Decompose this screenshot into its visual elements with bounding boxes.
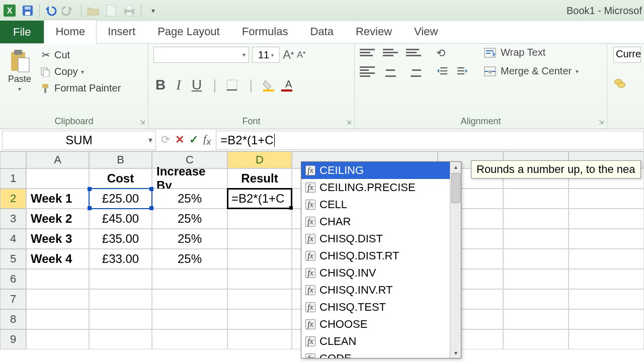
- cell[interactable]: [569, 209, 644, 229]
- cell-D3[interactable]: [227, 209, 292, 229]
- tab-page-layout[interactable]: Page Layout: [146, 20, 231, 43]
- cell[interactable]: [503, 249, 569, 269]
- cell-C4[interactable]: 25%: [152, 229, 227, 249]
- cell[interactable]: [26, 329, 89, 349]
- row-header-2[interactable]: 2: [0, 189, 26, 209]
- cell[interactable]: [26, 269, 89, 289]
- cell[interactable]: [89, 329, 152, 349]
- autocomplete-item[interactable]: fxCHISQ.DIST: [301, 230, 450, 247]
- cell[interactable]: [152, 309, 227, 329]
- row-header-6[interactable]: 6: [0, 269, 26, 289]
- autocomplete-item[interactable]: fxCELL: [301, 196, 450, 213]
- row-header-5[interactable]: 5: [0, 249, 26, 269]
- row-header-9[interactable]: 9: [0, 329, 26, 349]
- autocomplete-item[interactable]: fxCHISQ.DIST.RT: [301, 247, 450, 264]
- cell[interactable]: [227, 289, 292, 309]
- align-bottom-icon[interactable]: [406, 47, 421, 58]
- col-header-D[interactable]: D: [227, 151, 292, 168]
- grow-font-icon[interactable]: A▴: [283, 48, 294, 62]
- currency-icon[interactable]: [613, 77, 627, 90]
- tab-insert[interactable]: Insert: [97, 20, 146, 43]
- qat-customize-icon[interactable]: ▾: [145, 3, 160, 18]
- format-painter-button[interactable]: Format Painter: [39, 80, 122, 96]
- tab-file[interactable]: File: [0, 21, 44, 43]
- cell[interactable]: [152, 329, 227, 349]
- number-format-select[interactable]: Curre: [613, 47, 641, 63]
- cell[interactable]: [569, 329, 644, 349]
- cell-D1[interactable]: Result: [227, 168, 292, 189]
- cell-B5[interactable]: £33.00: [89, 249, 152, 269]
- cell-D5[interactable]: [227, 249, 292, 269]
- fill-color-button[interactable]: [262, 78, 276, 92]
- tab-formulas[interactable]: Formulas: [231, 20, 299, 43]
- autocomplete-item[interactable]: fxCHISQ.INV: [301, 264, 450, 282]
- decrease-indent-icon[interactable]: [436, 66, 448, 77]
- cell-B1[interactable]: Cost: [89, 168, 152, 189]
- cell[interactable]: [569, 249, 644, 269]
- new-icon[interactable]: [104, 3, 119, 18]
- align-right-icon[interactable]: [406, 66, 421, 77]
- cell[interactable]: [503, 189, 569, 209]
- cell[interactable]: [227, 309, 292, 329]
- cell[interactable]: [89, 289, 152, 309]
- scrollbar[interactable]: ▴ ▾: [450, 162, 461, 358]
- cell[interactable]: [569, 309, 644, 329]
- merge-center-button[interactable]: a Merge & Center ▾: [484, 65, 579, 77]
- paste-button[interactable]: Paste ▾: [5, 47, 34, 95]
- cell-C1[interactable]: Increase By: [152, 168, 227, 189]
- scroll-down-icon[interactable]: ▾: [450, 348, 461, 358]
- open-icon[interactable]: [86, 3, 101, 18]
- cell-A5[interactable]: Week 4: [26, 249, 89, 269]
- save-icon[interactable]: [20, 3, 35, 18]
- borders-button[interactable]: [226, 79, 240, 91]
- cell[interactable]: [227, 269, 292, 289]
- cell[interactable]: [227, 329, 292, 349]
- row-header-1[interactable]: 1: [0, 168, 26, 189]
- underline-button[interactable]: U: [190, 77, 204, 93]
- align-middle-icon[interactable]: [383, 47, 398, 58]
- autocomplete-item[interactable]: fxCHISQ.TEST: [301, 299, 450, 316]
- cell[interactable]: [26, 289, 89, 309]
- font-family-select[interactable]: ▾: [153, 47, 249, 63]
- cell[interactable]: [503, 309, 569, 329]
- shrink-font-icon[interactable]: A▾: [297, 50, 305, 60]
- cell[interactable]: [503, 269, 569, 289]
- cell[interactable]: [503, 229, 569, 249]
- autocomplete-item[interactable]: fxCEILING.PRECISE: [301, 179, 450, 196]
- fill-handle[interactable]: [289, 206, 293, 210]
- align-top-icon[interactable]: [360, 47, 375, 58]
- increase-indent-icon[interactable]: [456, 66, 468, 77]
- autocomplete-item[interactable]: fxCODE: [301, 350, 450, 358]
- row-header-3[interactable]: 3: [0, 209, 26, 229]
- autocomplete-item[interactable]: fxCHISQ.INV.RT: [301, 282, 450, 299]
- scroll-thumb[interactable]: [451, 173, 460, 203]
- row-header-7[interactable]: 7: [0, 289, 26, 309]
- autocomplete-item[interactable]: fxCEILING: [301, 162, 450, 179]
- fx-icon[interactable]: fx: [203, 132, 211, 147]
- cell[interactable]: [569, 189, 644, 209]
- cell[interactable]: [503, 209, 569, 229]
- cell-A3[interactable]: Week 2: [26, 209, 89, 229]
- cell-C3[interactable]: 25%: [152, 209, 227, 229]
- print-icon[interactable]: [122, 3, 137, 18]
- cell[interactable]: [89, 269, 152, 289]
- cell-A1[interactable]: [26, 168, 89, 189]
- copy-button[interactable]: Copy ▾: [39, 64, 122, 79]
- tab-data[interactable]: Data: [299, 20, 344, 43]
- redo-icon[interactable]: [62, 3, 77, 18]
- bold-button[interactable]: B: [153, 77, 168, 93]
- font-color-button[interactable]: A: [280, 78, 294, 92]
- cell-B3[interactable]: £45.00: [89, 209, 152, 229]
- cell[interactable]: [152, 289, 227, 309]
- cell-D4[interactable]: [227, 229, 292, 249]
- wrap-text-button[interactable]: Wrap Text: [484, 47, 579, 58]
- tab-home[interactable]: Home: [44, 20, 97, 44]
- cut-button[interactable]: ✂ Cut: [39, 47, 122, 63]
- cell[interactable]: [152, 269, 227, 289]
- italic-button[interactable]: I: [172, 77, 186, 93]
- col-header-B[interactable]: B: [89, 151, 152, 168]
- cell[interactable]: [89, 309, 152, 329]
- autocomplete-item[interactable]: fxCHAR: [301, 213, 450, 230]
- scroll-up-icon[interactable]: ▴: [450, 162, 461, 172]
- orientation-icon[interactable]: ⟲: [436, 47, 445, 60]
